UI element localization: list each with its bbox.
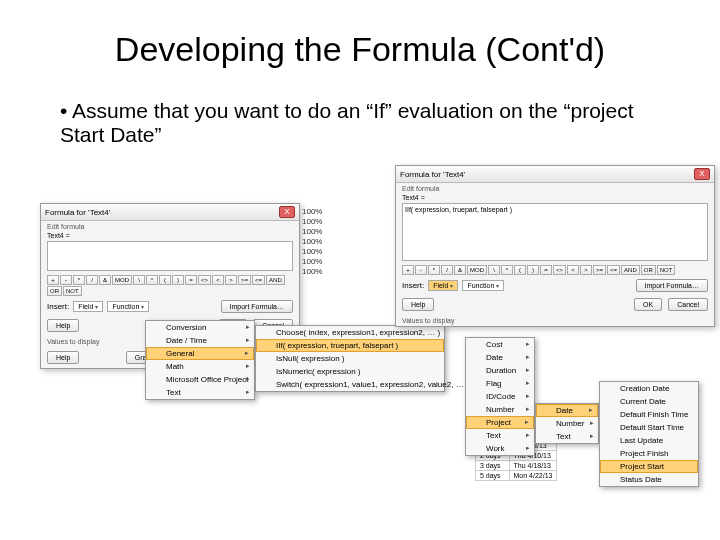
operator-button[interactable]: MOD — [467, 265, 487, 275]
operator-button[interactable]: ( — [514, 265, 526, 275]
menu-item[interactable]: Date — [536, 404, 598, 417]
menu-item[interactable]: General — [146, 347, 254, 360]
menu-item[interactable]: Math — [146, 360, 254, 373]
operator-button[interactable]: / — [441, 265, 453, 275]
operator-button[interactable]: - — [60, 275, 72, 285]
operator-button[interactable]: & — [454, 265, 466, 275]
menu-item[interactable]: IsNull( expression ) — [256, 352, 444, 365]
menu-item[interactable]: Date / Time — [146, 334, 254, 347]
menu-item[interactable]: Switch( expression1, value1, expression2… — [256, 378, 444, 391]
operator-button[interactable]: + — [47, 275, 59, 285]
import-formula-button[interactable]: Import Formula… — [636, 279, 708, 292]
menu-item[interactable]: IsNumeric( expression ) — [256, 365, 444, 378]
menu-item[interactable]: Default Finish Time — [600, 408, 698, 421]
menu-item[interactable]: Last Update — [600, 434, 698, 447]
menu-item[interactable]: Choose( index, expression1, expression2,… — [256, 326, 444, 339]
operator-button[interactable]: * — [73, 275, 85, 285]
operator-button[interactable]: = — [185, 275, 197, 285]
operator-button[interactable]: * — [428, 265, 440, 275]
project-field-menu[interactable]: Creation DateCurrent DateDefault Finish … — [599, 381, 699, 487]
field-type-menu[interactable]: DateNumberText — [535, 403, 599, 444]
operator-button[interactable]: AND — [621, 265, 640, 275]
formula-input[interactable]: IIf( expression, truepart, falsepart ) — [402, 203, 708, 261]
operator-button[interactable]: + — [402, 265, 414, 275]
edit-formula-label: Edit formula — [396, 183, 714, 194]
menu-item[interactable]: Microsoft Office Project — [146, 373, 254, 386]
import-formula-button[interactable]: Import Formula… — [221, 300, 293, 313]
menu-item[interactable]: Flag — [466, 377, 534, 390]
field-dropdown[interactable]: Field — [73, 301, 103, 312]
menu-item[interactable]: Work — [466, 442, 534, 455]
operator-button[interactable]: NOT — [63, 286, 82, 296]
function-list-menu[interactable]: Choose( index, expression1, expression2,… — [255, 325, 445, 392]
menu-item[interactable]: Cost — [466, 338, 534, 351]
slide-title: Developing the Formula (Cont'd) — [40, 30, 680, 69]
menu-item[interactable]: Project Start — [600, 460, 698, 473]
operator-button[interactable]: <= — [252, 275, 265, 285]
menu-item[interactable]: Duration — [466, 364, 534, 377]
function-category-menu[interactable]: ConversionDate / TimeGeneralMathMicrosof… — [145, 320, 255, 400]
menu-item[interactable]: Date — [466, 351, 534, 364]
menu-item[interactable]: Text — [536, 430, 598, 443]
operator-button[interactable]: ) — [527, 265, 539, 275]
operator-button[interactable]: OR — [641, 265, 656, 275]
formula-dialog-2: Formula for 'Text4' X Edit formula Text4… — [395, 165, 715, 327]
formula-input[interactable] — [47, 241, 293, 271]
operator-button[interactable]: - — [415, 265, 427, 275]
menu-item[interactable]: Number — [536, 417, 598, 430]
operator-button[interactable]: < — [212, 275, 224, 285]
operator-button[interactable]: >= — [593, 265, 606, 275]
operator-button[interactable]: ( — [159, 275, 171, 285]
menu-item[interactable]: Default Start Time — [600, 421, 698, 434]
ok-button[interactable]: OK — [634, 298, 662, 311]
operator-row: +-*/&MOD\^()=<><>>=<=ANDORNOT — [41, 273, 299, 298]
menu-item[interactable]: Project Finish — [600, 447, 698, 460]
table-cell: Mon 4/22/13 — [509, 471, 557, 481]
menu-item[interactable]: Status Date — [600, 473, 698, 486]
menu-item[interactable]: Text — [146, 386, 254, 399]
operator-button[interactable]: <= — [607, 265, 620, 275]
operator-button[interactable]: <> — [198, 275, 211, 285]
menu-item[interactable]: Project — [466, 416, 534, 429]
help-button-2[interactable]: Help — [47, 351, 79, 364]
menu-item[interactable]: Current Date — [600, 395, 698, 408]
menu-item[interactable]: Conversion — [146, 321, 254, 334]
menu-item[interactable]: Number — [466, 403, 534, 416]
close-icon[interactable]: X — [279, 206, 295, 218]
operator-button[interactable]: > — [580, 265, 592, 275]
operator-button[interactable]: ^ — [501, 265, 513, 275]
operator-button[interactable]: < — [567, 265, 579, 275]
operator-button[interactable]: OR — [47, 286, 62, 296]
operator-button[interactable]: > — [225, 275, 237, 285]
operator-button[interactable]: MOD — [112, 275, 132, 285]
percent-value: 100% — [300, 217, 324, 226]
help-button[interactable]: Help — [402, 298, 434, 311]
function-dropdown[interactable]: Function — [462, 280, 504, 291]
menu-item[interactable]: Text — [466, 429, 534, 442]
percent-column: 100%100%100%100%100%100%100% — [300, 207, 324, 276]
help-button[interactable]: Help — [47, 319, 79, 332]
operator-button[interactable]: AND — [266, 275, 285, 285]
operator-row: +-*/&MOD\^()=<><>>=<=ANDORNOT — [396, 263, 714, 277]
operator-button[interactable]: \ — [133, 275, 145, 285]
edit-formula-label: Edit formula — [41, 221, 299, 232]
operator-button[interactable]: <> — [553, 265, 566, 275]
operator-button[interactable]: = — [540, 265, 552, 275]
operator-button[interactable]: & — [99, 275, 111, 285]
function-dropdown[interactable]: Function — [107, 301, 149, 312]
cancel-button[interactable]: Cancel — [668, 298, 708, 311]
operator-button[interactable]: ) — [172, 275, 184, 285]
operator-button[interactable]: / — [86, 275, 98, 285]
field-dropdown[interactable]: Field — [428, 280, 458, 291]
close-icon[interactable]: X — [694, 168, 710, 180]
menu-item[interactable]: IIf( expression, truepart, falsepart ) — [256, 339, 444, 352]
field-category-menu[interactable]: CostDateDurationFlagID/CodeNumberProject… — [465, 337, 535, 456]
operator-button[interactable]: \ — [488, 265, 500, 275]
menu-item[interactable]: ID/Code — [466, 390, 534, 403]
operator-button[interactable]: >= — [238, 275, 251, 285]
menu-item[interactable]: Creation Date — [600, 382, 698, 395]
values-label: Values to display — [396, 315, 714, 326]
operator-button[interactable]: ^ — [146, 275, 158, 285]
operator-button[interactable]: NOT — [657, 265, 676, 275]
percent-value: 100% — [300, 227, 324, 236]
